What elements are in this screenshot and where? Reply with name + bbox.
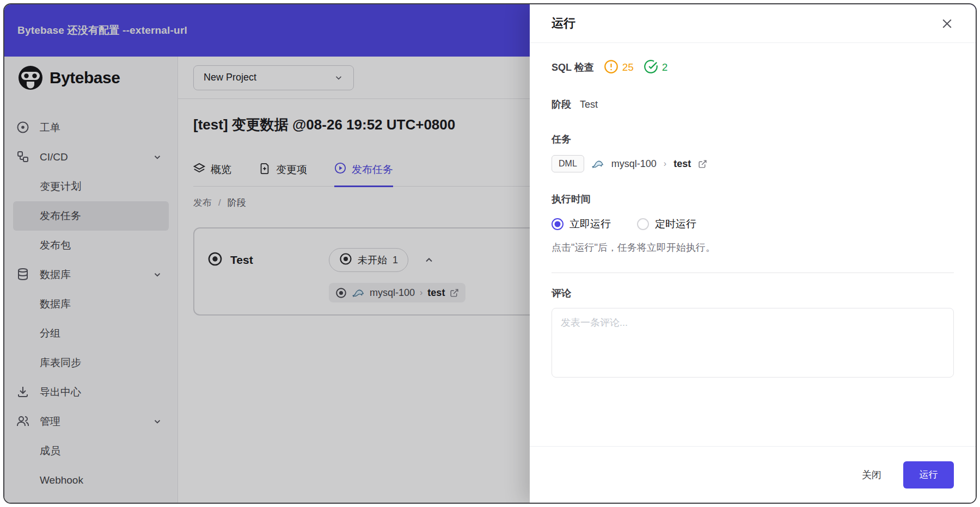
drawer-title: 运行 [552, 15, 575, 32]
sql-check-passes[interactable]: 2 [644, 59, 668, 76]
radio-unselected-icon [637, 218, 649, 230]
stage-value: Test [580, 99, 598, 110]
chevron-right-icon: › [664, 159, 666, 169]
pass-count: 2 [662, 61, 668, 73]
check-circle-icon [644, 59, 658, 76]
stage-label: 阶段 [552, 98, 571, 111]
task-section: 任务 [552, 132, 954, 146]
run-drawer: 运行 SQL 检查 25 2 阶段 Test 任务 [530, 4, 976, 503]
comment-section: 评论 [552, 286, 954, 300]
warning-count: 25 [622, 61, 634, 73]
radio-selected-icon [552, 218, 564, 230]
dml-badge: DML [552, 155, 584, 172]
comment-label: 评论 [552, 287, 571, 300]
warning-circle-icon [604, 59, 618, 76]
stage-row: 阶段 Test [552, 97, 954, 112]
drawer-footer: 关闭 运行 [530, 446, 976, 503]
drawer-overlay[interactable] [4, 4, 530, 503]
task-label: 任务 [552, 133, 571, 146]
execution-hint: 点击"运行"后，任务将立即开始执行。 [552, 241, 954, 255]
drawer-task-instance: mysql-100 [611, 158, 657, 170]
execution-label: 执行时间 [552, 193, 591, 206]
mysql-icon [591, 157, 604, 170]
app-window: Bytebase 还没有配置 --external-url Bytebase 工… [3, 3, 977, 504]
radio-run-now[interactable]: 立即运行 [552, 217, 611, 231]
comment-input[interactable] [552, 308, 954, 378]
close-icon[interactable] [940, 17, 954, 30]
radio-run-scheduled[interactable]: 定时运行 [637, 217, 696, 231]
drawer-task-row: DML mysql-100 › test [552, 153, 954, 175]
drawer-body: SQL 检查 25 2 阶段 Test 任务 DML my [530, 43, 976, 446]
section-divider [552, 273, 954, 273]
drawer-header: 运行 [530, 4, 976, 43]
screenshot-frame: Bytebase 还没有配置 --external-url Bytebase 工… [0, 0, 980, 507]
sql-check-label: SQL 检查 [552, 61, 594, 74]
run-button[interactable]: 运行 [903, 461, 954, 489]
sql-check-warnings[interactable]: 25 [604, 59, 634, 76]
close-button[interactable]: 关闭 [862, 468, 881, 481]
sql-check-row: SQL 检查 25 2 [552, 59, 954, 76]
external-link-icon[interactable] [698, 159, 707, 169]
execution-section: 执行时间 [552, 192, 954, 206]
drawer-task-database[interactable]: test [673, 158, 691, 170]
execution-options: 立即运行 定时运行 [552, 217, 954, 231]
